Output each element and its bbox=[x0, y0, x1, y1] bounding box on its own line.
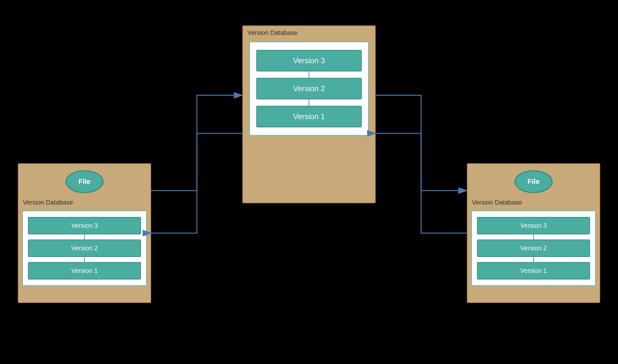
arrow-center-to-right bbox=[376, 95, 467, 191]
center-connector-2 bbox=[309, 99, 309, 106]
right-vdb-box: File Version Database Version 3 Version … bbox=[467, 163, 600, 303]
right-connector-1 bbox=[533, 234, 534, 239]
left-version-3: Version 3 bbox=[28, 217, 141, 234]
diagram-container: Version Database Version 3 Version 2 Ver… bbox=[0, 0, 618, 364]
right-version-3: Version 3 bbox=[477, 217, 590, 234]
left-file-oval: File bbox=[65, 170, 104, 193]
left-vdb-box: File Version Database Version 3 Version … bbox=[18, 163, 151, 303]
left-connector-1 bbox=[84, 234, 85, 239]
center-version-1: Version 1 bbox=[256, 106, 362, 127]
right-box-label: Version Database bbox=[467, 196, 600, 208]
right-version-2: Version 2 bbox=[477, 239, 590, 257]
center-vdb-box: Version Database Version 3 Version 2 Ver… bbox=[242, 25, 376, 203]
left-version-2: Version 2 bbox=[28, 239, 141, 257]
left-inner-panel: Version 3 Version 2 Version 1 bbox=[22, 211, 147, 286]
center-inner-panel: Version 3 Version 2 Version 1 bbox=[249, 42, 369, 136]
right-file-label: File bbox=[527, 178, 540, 186]
left-connector-2 bbox=[84, 257, 85, 262]
left-box-label: Version Database bbox=[18, 196, 151, 208]
left-file-label: File bbox=[78, 178, 91, 186]
right-connector-2 bbox=[533, 257, 534, 262]
center-version-2: Version 2 bbox=[256, 78, 362, 99]
right-inner-panel: Version 3 Version 2 Version 1 bbox=[471, 211, 596, 286]
arrow-left-to-center bbox=[151, 95, 242, 191]
center-box-label: Version Database bbox=[243, 26, 375, 38]
right-version-1: Version 1 bbox=[477, 262, 590, 280]
center-version-3: Version 3 bbox=[256, 50, 362, 71]
center-connector-1 bbox=[309, 71, 309, 78]
arrow-center-to-left bbox=[151, 133, 242, 233]
arrow-right-to-center bbox=[376, 133, 467, 233]
right-file-oval: File bbox=[514, 170, 553, 193]
left-version-1: Version 1 bbox=[28, 262, 141, 280]
